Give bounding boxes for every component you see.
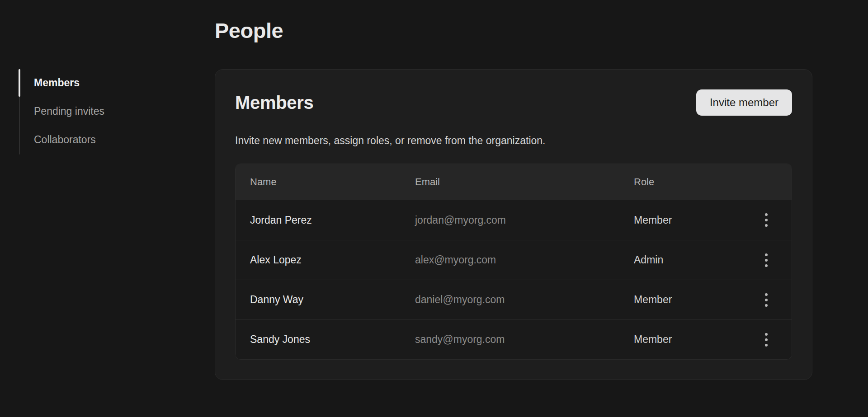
row-actions-menu-button[interactable]	[755, 209, 777, 231]
row-actions-menu-button[interactable]	[755, 249, 777, 271]
member-name: Jordan Perez	[250, 214, 415, 226]
member-name: Alex Lopez	[250, 254, 415, 266]
kebab-menu-icon	[765, 213, 768, 216]
kebab-menu-icon	[765, 333, 768, 336]
row-actions-menu-button[interactable]	[755, 329, 777, 351]
column-header-email: Email	[415, 176, 634, 188]
card-header: Members Invite member	[235, 89, 792, 116]
people-settings-page: People Members Pending invites Collabora…	[0, 0, 868, 417]
sidebar-item-pending-invites[interactable]: Pending invites	[19, 97, 182, 126]
table-header-row: Name Email Role	[236, 164, 792, 200]
kebab-menu-icon	[765, 253, 768, 256]
page-title: People	[215, 18, 283, 43]
member-email: sandy@myorg.com	[415, 333, 634, 346]
card-description: Invite new members, assign roles, or rem…	[235, 134, 792, 147]
active-indicator-bar	[19, 69, 20, 97]
column-header-role: Role	[634, 176, 755, 188]
member-role: Member	[634, 294, 755, 306]
member-name: Danny Way	[250, 294, 415, 306]
member-email: daniel@myorg.com	[415, 294, 634, 306]
table-row: Danny Way daniel@myorg.com Member	[236, 280, 792, 319]
table-row: Alex Lopez alex@myorg.com Admin	[236, 240, 792, 280]
sidebar-item-collaborators[interactable]: Collaborators	[19, 126, 182, 154]
members-card: Members Invite member Invite new members…	[215, 69, 812, 380]
sidebar-item-label: Members	[34, 77, 80, 89]
member-name: Sandy Jones	[250, 333, 415, 346]
sidebar-item-label: Collaborators	[34, 134, 96, 146]
row-actions-menu-button[interactable]	[755, 289, 777, 311]
member-role: Member	[634, 333, 755, 346]
settings-sidebar: Members Pending invites Collaborators	[19, 69, 182, 154]
member-role: Member	[634, 214, 755, 226]
sidebar-item-label: Pending invites	[34, 105, 104, 117]
member-role: Admin	[634, 254, 755, 266]
table-row: Sandy Jones sandy@myorg.com Member	[236, 319, 792, 359]
sidebar-item-members[interactable]: Members	[19, 69, 182, 97]
invite-member-button[interactable]: Invite member	[696, 89, 792, 116]
column-header-name: Name	[250, 176, 415, 188]
kebab-menu-icon	[765, 293, 768, 296]
card-heading: Members	[235, 93, 314, 113]
members-table: Name Email Role Jordan Perez jordan@myor…	[235, 164, 792, 360]
table-row: Jordan Perez jordan@myorg.com Member	[236, 200, 792, 240]
member-email: alex@myorg.com	[415, 254, 634, 266]
member-email: jordan@myorg.com	[415, 214, 634, 226]
